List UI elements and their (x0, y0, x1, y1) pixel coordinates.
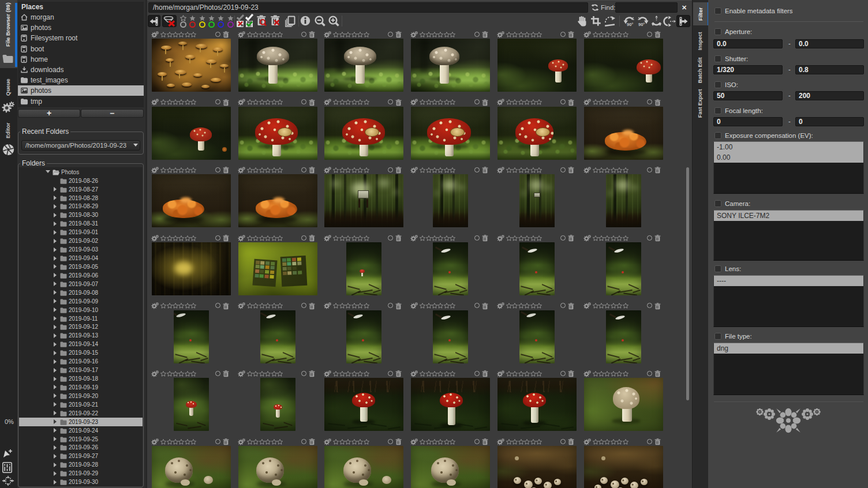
svg-text:90°: 90° (638, 22, 645, 27)
svg-text:90°: 90° (627, 22, 633, 27)
